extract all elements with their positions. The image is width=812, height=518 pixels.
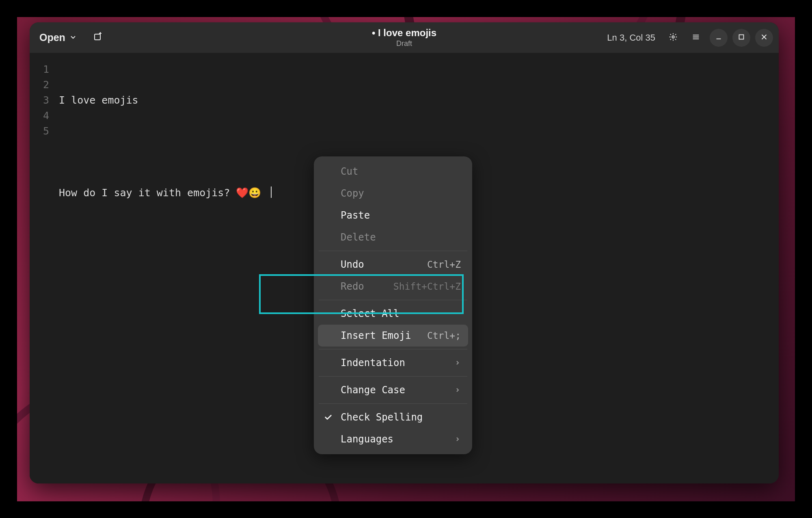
menu-indentation[interactable]: Indentation <box>314 352 472 374</box>
svg-rect-0 <box>95 34 100 40</box>
chevron-right-icon <box>454 382 461 398</box>
cursor-position-status[interactable]: Ln 3, Col 35 <box>607 33 655 43</box>
line-number: 3 <box>30 93 49 108</box>
chevron-right-icon <box>454 355 461 371</box>
line-number: 2 <box>30 77 49 93</box>
editor-area[interactable]: 1 2 3 4 5 I love emojis How do I say it … <box>30 53 779 483</box>
context-menu: Cut Copy Paste Delete Undo Ctrl+Z Redo S… <box>314 156 472 454</box>
new-tab-icon <box>93 32 103 43</box>
menu-redo-accel: Shift+Ctrl+Z <box>393 279 461 294</box>
code-line: I love emojis <box>59 93 779 108</box>
menu-select-all[interactable]: Select All <box>314 303 472 325</box>
check-icon <box>323 412 333 423</box>
new-tab-button[interactable] <box>90 30 106 46</box>
settings-button[interactable] <box>664 29 682 47</box>
menu-insert-emoji-accel: Ctrl+; <box>427 328 461 343</box>
minimize-button[interactable] <box>710 29 728 47</box>
menu-copy: Copy <box>314 182 472 204</box>
menu-separator <box>319 300 467 300</box>
menu-insert-emoji[interactable]: Insert Emoji Ctrl+; <box>318 325 468 347</box>
line-number: 1 <box>30 62 49 77</box>
svg-rect-8 <box>739 35 744 39</box>
menu-separator <box>319 376 467 377</box>
close-icon <box>760 33 769 43</box>
svg-point-3 <box>672 36 674 38</box>
window-title: I love emojis <box>378 27 436 38</box>
maximize-button[interactable] <box>732 29 750 47</box>
headerbar: Open • I love emojis Draft <box>30 22 779 53</box>
menu-separator <box>319 349 467 349</box>
menu-paste[interactable]: Paste <box>314 204 472 226</box>
menu-separator <box>319 251 467 251</box>
text-cursor <box>271 186 272 198</box>
open-button[interactable]: Open <box>35 28 81 47</box>
hamburger-menu-button[interactable] <box>687 29 705 47</box>
chevron-right-icon <box>454 431 461 447</box>
settings-gear-icon <box>669 33 678 43</box>
menu-change-case[interactable]: Change Case <box>314 379 472 401</box>
menu-undo-accel: Ctrl+Z <box>427 257 461 272</box>
open-button-label: Open <box>39 32 65 43</box>
maximize-icon <box>737 33 746 43</box>
line-number: 4 <box>30 108 49 124</box>
hamburger-menu-icon <box>691 33 700 43</box>
menu-languages[interactable]: Languages <box>314 428 472 450</box>
menu-cut: Cut <box>314 160 472 182</box>
menu-undo[interactable]: Undo Ctrl+Z <box>314 254 472 275</box>
code-line <box>59 139 779 154</box>
menu-check-spelling[interactable]: Check Spelling <box>314 406 472 428</box>
minimize-icon <box>714 33 723 43</box>
title-modified-dot: • <box>372 27 378 38</box>
menu-redo: Redo Shift+Ctrl+Z <box>314 275 472 297</box>
menu-delete: Delete <box>314 226 472 248</box>
chevron-down-icon <box>69 32 77 43</box>
close-button[interactable] <box>755 29 773 47</box>
line-number-gutter: 1 2 3 4 5 <box>30 53 55 483</box>
menu-separator <box>319 403 467 404</box>
line-number: 5 <box>30 124 49 139</box>
text-editor-window: Open • I love emojis Draft <box>30 22 779 483</box>
